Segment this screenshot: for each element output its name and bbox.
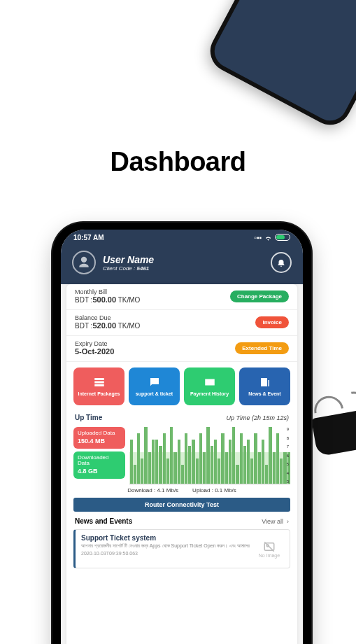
wifi-icon [264,234,272,241]
notifications-button[interactable] [271,252,292,273]
user-name: User Name [103,254,264,265]
user-block: User Name Client Code : 5461 [103,254,264,272]
news-icon [259,376,271,388]
uptime-chart: 9876543 [129,427,290,484]
uptime-body: Uploaded Data 150.4 MB Downloaded Data 4… [66,424,297,486]
no-image-placeholder: No Image [255,534,284,564]
status-time: 10:57 AM [73,234,104,241]
view-all-link[interactable]: View all › [262,518,289,525]
client-code: Client Code : 5461 [103,265,264,272]
news-card-date: 2020-10-03T09:39:50.063 [81,551,250,556]
change-package-button[interactable]: Change Package [230,290,289,302]
support-icon [148,376,161,388]
secondary-phone-mockup: 11:02 AM ← [203,0,356,132]
app-header: User Name Client Code : 5461 [61,245,303,284]
user-icon [77,255,91,270]
invoice-button[interactable]: Invoice [255,316,289,328]
bell-icon [276,258,286,267]
battery-icon [275,234,290,241]
shortcut-tiles: Internet Packages support & ticket Payme… [66,362,297,411]
downloaded-data-box: Downloaded Data 4.8 GB [73,451,125,479]
news-card-body: আপনার প্রয়োজনীয় সাপোর্ট টি নেওয়ার জন্… [81,543,250,549]
status-bar: 10:57 AM ▫▪▪ [61,230,303,245]
tile-news[interactable]: News & Event [239,368,290,405]
binder-clip-decoration [311,408,356,457]
expiry-row: Expiry Date 5-Oct-2020 Extended Time [66,336,297,362]
monthly-bill-label: Monthly Bill [75,288,140,295]
news-header: News and Events View all › [66,516,297,526]
news-card-title: Support Ticket system [81,534,250,542]
tile-payment[interactable]: Payment History [184,368,235,405]
expiry-label: Expiry Date [75,340,114,347]
uptime-header: Up Time Up Time (2h 15m 12s) [66,411,297,424]
speed-row: Download : 4.1 Mb/s Upload : 0.1 Mb/s [66,486,297,498]
tile-support[interactable]: support & ticket [129,368,180,405]
balance-due-row: Balance Due BDT :520.00 TK/MO Invoice [66,310,297,336]
news-section-title: News and Events [75,517,132,525]
extended-time-button[interactable]: Extended Time [235,342,289,354]
signal-icon: ▫▪▪ [254,234,262,241]
content-card: Monthly Bill BDT :500.00 TK/MO Change Pa… [66,284,297,644]
no-image-icon [262,540,276,553]
router-test-button[interactable]: Router Connectivity Test [73,498,290,512]
page-title: Dashboard [0,147,356,177]
phone-screen: 10:57 AM ▫▪▪ User Name Client Code : 546… [61,230,303,644]
monthly-bill-row: Monthly Bill BDT :500.00 TK/MO Change Pa… [66,284,297,310]
uploaded-data-box: Uploaded Data 150.4 MB [73,427,125,449]
expiry-value: 5-Oct-2020 [75,347,114,356]
phone-frame: 10:57 AM ▫▪▪ User Name Client Code : 546… [52,223,311,644]
uptime-value: Up Time (2h 15m 12s) [227,414,289,421]
avatar[interactable] [72,251,96,274]
uptime-title: Up Time [75,414,102,421]
news-card[interactable]: Support Ticket system আপনার প্রয়োজনীয় … [73,529,290,568]
status-icons: ▫▪▪ [254,234,290,241]
balance-due-label: Balance Due [75,314,140,321]
payment-icon [204,376,216,388]
packages-icon [93,376,106,388]
tile-packages[interactable]: Internet Packages [73,368,124,405]
